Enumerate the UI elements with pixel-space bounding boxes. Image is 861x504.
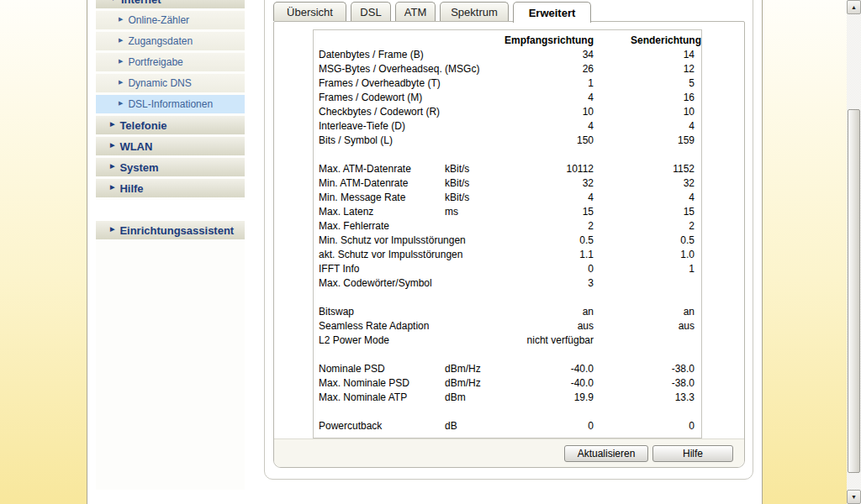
value-senderichtung: 10: [594, 105, 695, 119]
row-unit: [445, 105, 519, 119]
sidebar-item-online-zaehler[interactable]: ▶Online-Zähler: [96, 11, 245, 29]
value-empfangsrichtung: 4: [519, 91, 594, 105]
table-spacer-row: [314, 348, 701, 362]
chevron-right-icon: ▶: [119, 79, 123, 86]
tab-uebersicht[interactable]: Übersicht: [273, 2, 346, 21]
value-empfangsrichtung: 10112: [519, 162, 594, 176]
row-unit: [445, 234, 519, 248]
row-unit: [445, 62, 519, 76]
table-row: Nominale PSDdBm/Hz-40.0-38.0: [314, 362, 701, 376]
button-bar: Aktualisieren Hilfe: [274, 438, 744, 467]
sidebar-item-zugangsdaten[interactable]: ▶Zugangsdaten: [96, 32, 245, 50]
row-label: Datenbytes / Frame (B): [319, 48, 445, 62]
row-label: Max. Latenz: [319, 205, 445, 219]
sidebar-item-dynamic-dns[interactable]: ▶Dynamic DNS: [96, 74, 245, 92]
tab-bar: ÜbersichtDSLATMSpektrumErweitert: [273, 2, 591, 23]
row-label: akt. Schutz vor Impulsstörungen: [319, 248, 445, 262]
chevron-right-icon: ▶: [110, 121, 114, 128]
value-empfangsrichtung: -40.0: [519, 362, 594, 376]
value-empfangsrichtung: 32: [519, 176, 594, 191]
value-senderichtung: 32: [594, 176, 695, 191]
value-senderichtung: 15: [594, 205, 695, 219]
row-label: Nominale PSD: [319, 362, 445, 376]
tab-atm[interactable]: ATM: [395, 2, 436, 21]
hilfe-button[interactable]: Hilfe: [652, 445, 733, 462]
value-senderichtung: 5: [594, 76, 695, 91]
sidebar-item-label: WLAN: [119, 140, 152, 153]
value-senderichtung: 159: [594, 134, 695, 148]
table-row: Min. Schutz vor Impulsstörungen0.50.5: [314, 234, 701, 248]
sidebar-item-telefonie[interactable]: ▶Telefonie: [96, 116, 245, 134]
row-unit: [445, 91, 519, 105]
chevron-right-icon: ▶: [110, 142, 114, 149]
sidebar-item-wlan[interactable]: ▶WLAN: [96, 137, 245, 155]
value-empfangsrichtung: -40.0: [519, 376, 594, 391]
row-label: Max. Nominale ATP: [319, 391, 445, 405]
tab-spektrum[interactable]: Spektrum: [440, 2, 509, 21]
table-row: Checkbytes / Codewort (R)1010: [314, 105, 701, 119]
table-row: Bitswapanan: [314, 305, 701, 319]
row-unit: [445, 219, 519, 234]
row-label: Max. Codewörter/Symbol: [319, 276, 445, 291]
sidebar-item-dsl-informationen[interactable]: ▶DSL-Informationen: [96, 95, 245, 113]
scroll-up-icon[interactable]: ▲: [847, 0, 861, 14]
table-spacer-row: [314, 405, 701, 419]
sidebar-gap: [96, 200, 245, 221]
table-row: Frames / Codewort (M)416: [314, 91, 701, 105]
sidebar-item-internet[interactable]: ▼Internet: [96, 0, 245, 8]
value-senderichtung: 1.0: [594, 248, 695, 262]
row-label: Bits / Symbol (L): [319, 134, 445, 148]
table-row: Datenbytes / Frame (B)3414: [314, 48, 701, 62]
value-empfangsrichtung: 0.5: [519, 234, 594, 248]
table-row: Max. ATM-DatenratekBit/s101121152: [314, 162, 701, 176]
value-empfangsrichtung: 26: [519, 62, 594, 76]
value-senderichtung: 2: [594, 219, 695, 234]
table-spacer-row: [314, 291, 701, 305]
row-label: Bitswap: [319, 305, 445, 319]
row-unit: kBit/s: [445, 176, 519, 191]
aktualisieren-button[interactable]: Aktualisieren: [564, 445, 648, 462]
sidebar-item-portfreigabe[interactable]: ▶Portfreigabe: [96, 53, 245, 71]
scrollbar-thumb[interactable]: [848, 109, 860, 473]
sidebar-item-label: System: [119, 161, 158, 174]
table-row: Max. Latenzms1515: [314, 205, 701, 219]
table-row: Bits / Symbol (L)150159: [314, 134, 701, 148]
value-empfangsrichtung: 0: [519, 262, 594, 276]
row-label: Seamless Rate Adaption: [319, 319, 445, 333]
table-row: Max. Fehlerrate22: [314, 219, 701, 234]
value-empfangsrichtung: 1: [519, 76, 594, 91]
row-unit: [445, 305, 519, 319]
sidebar-item-einrichtungsassistent[interactable]: ▶Einrichtungsassistent: [96, 221, 245, 239]
chevron-right-icon: ▶: [110, 184, 114, 191]
row-unit: [445, 333, 519, 348]
row-unit: kBit/s: [445, 162, 519, 176]
sidebar-item-hilfe[interactable]: ▶Hilfe: [96, 179, 245, 197]
sidebar-item-label: Einrichtungsassistent: [119, 224, 234, 237]
table-row: MSG-Bytes / Overheadseq. (MSGc)2612: [314, 62, 701, 76]
tab-dsl[interactable]: DSL: [351, 2, 391, 21]
value-senderichtung: [594, 276, 695, 291]
table-row: IFFT Info01: [314, 262, 701, 276]
row-label: Interleave-Tiefe (D): [319, 119, 445, 134]
value-empfangsrichtung: 2: [519, 219, 594, 234]
row-label: Min. Message Rate: [319, 191, 445, 205]
value-empfangsrichtung: 4: [519, 191, 594, 205]
chevron-right-icon: ▶: [110, 226, 114, 233]
row-unit: [445, 276, 519, 291]
row-unit: [445, 119, 519, 134]
scrollbar-track[interactable]: ▲ ▼: [847, 0, 861, 504]
scroll-down-icon[interactable]: ▼: [847, 490, 861, 504]
sidebar-item-label: DSL-Informationen: [128, 98, 213, 110]
value-senderichtung: 1: [594, 262, 695, 276]
row-label: Frames / Codewort (M): [319, 91, 445, 105]
row-label: Min. ATM-Datenrate: [319, 176, 445, 191]
value-senderichtung: 0.5: [594, 234, 695, 248]
value-senderichtung: 4: [594, 191, 695, 205]
tab-erweitert[interactable]: Erweitert: [513, 2, 591, 23]
value-empfangsrichtung: 19.9: [519, 391, 594, 405]
sidebar-item-label: Internet: [121, 0, 161, 6]
row-unit: [445, 248, 519, 262]
value-senderichtung: 12: [594, 62, 695, 76]
sidebar-item-system[interactable]: ▶System: [96, 158, 245, 176]
value-empfangsrichtung: 0: [519, 419, 594, 433]
